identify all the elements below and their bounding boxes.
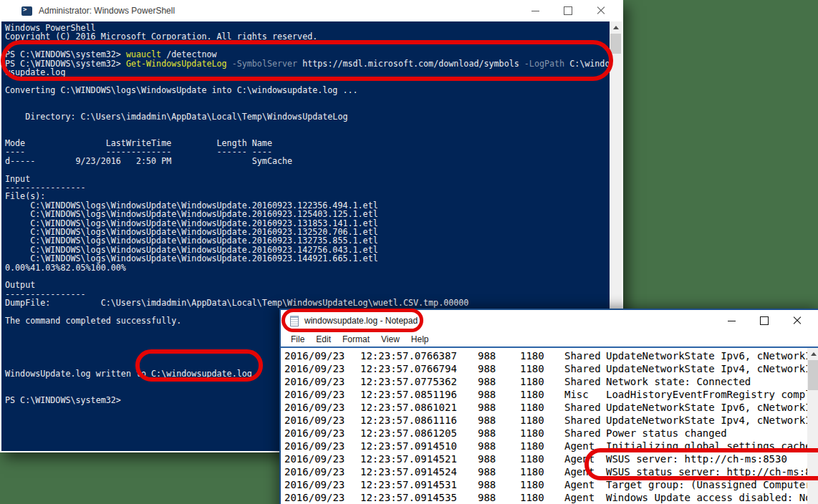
console-line: 0.00%41.03%82.05%100.00% (5, 263, 608, 272)
log-tid: 1180 (520, 362, 564, 375)
log-date: 2016/09/23 (284, 349, 360, 362)
notepad-scrollbar[interactable] (807, 348, 818, 504)
log-row: 2016/09/2312:23:57.09145249881180AgentWS… (284, 465, 807, 478)
close-button[interactable] (781, 310, 814, 331)
log-component: Agent (564, 440, 606, 452)
log-row: 2016/09/2312:23:57.09145359881180AgentWi… (284, 491, 807, 504)
notepad-menubar: FileEditFormatViewHelp (281, 331, 818, 346)
notepad-window: windowsupdate.log - Notepad FileEditForm… (279, 309, 818, 504)
maximize-icon (564, 6, 572, 15)
log-component: Agent (564, 452, 606, 465)
scroll-up-button[interactable] (807, 348, 818, 359)
powershell-icon (21, 6, 32, 16)
log-date: 2016/09/23 (284, 452, 360, 465)
log-component: Agent (564, 465, 606, 478)
log-row: 2016/09/2312:23:57.08610219881180SharedU… (284, 401, 807, 414)
log-date: 2016/09/23 (284, 440, 360, 452)
log-message: Power status changed (606, 427, 727, 440)
console-line: Converting C:\WINDOWS\logs\WindowsUpdate… (5, 86, 608, 94)
minimize-icon (531, 11, 539, 11)
log-component: Shared (564, 427, 606, 440)
log-component: Shared (564, 375, 606, 388)
console-line: Output (5, 281, 608, 289)
scroll-up-icon (613, 26, 619, 29)
log-row: 2016/09/2312:23:57.07753629881180SharedN… (284, 375, 807, 388)
log-component: Shared (564, 401, 606, 414)
log-component: Shared (564, 349, 606, 362)
menu-item[interactable]: Format (337, 334, 375, 344)
log-message: Initializing global settings cache (606, 440, 812, 452)
powershell-titlebar[interactable]: Administrator: Windows PowerShell (0, 0, 623, 21)
log-message: LoadHistoryEventFromRegistry comple (606, 388, 817, 401)
close-icon (597, 6, 605, 15)
menu-item[interactable]: View (375, 334, 405, 344)
log-message: Windows Update access disabled: No (606, 491, 812, 504)
maximize-button[interactable] (552, 0, 584, 21)
log-row: 2016/09/2312:23:57.09145109881180AgentIn… (284, 440, 807, 452)
log-time: 12:23:57.0766387 (360, 349, 478, 362)
log-message: UpdateNetworkState Ipv6, cNetworkIn (606, 349, 817, 362)
log-time: 12:23:57.0914510 (360, 440, 478, 452)
close-icon (793, 316, 802, 325)
console-line (5, 121, 608, 130)
log-row: 2016/09/2312:23:57.08612059881180SharedP… (284, 427, 807, 440)
menu-item[interactable]: Edit (310, 334, 337, 344)
log-pid: 988 (478, 427, 520, 440)
log-pid: 988 (478, 362, 520, 375)
log-time: 12:23:57.0766794 (360, 362, 478, 375)
log-pid: 988 (478, 414, 520, 427)
log-component: Shared (564, 362, 606, 375)
log-tid: 1180 (520, 465, 564, 478)
console-line: PS C:\WINDOWS\system32> Get-WindowsUpdat… (5, 59, 608, 68)
log-date: 2016/09/23 (284, 375, 360, 388)
console-line: wsupdate.log (5, 68, 608, 77)
log-date: 2016/09/23 (284, 491, 360, 504)
console-line (5, 94, 608, 103)
notepad-titlebar[interactable]: windowsupdate.log - Notepad (281, 310, 818, 331)
notepad-text-area[interactable]: 2016/09/2312:23:57.07663879881180SharedU… (281, 346, 818, 504)
minimize-button[interactable] (715, 310, 748, 331)
log-pid: 988 (478, 478, 520, 491)
console-line: DumpFile: C:\Users\imdadmin\AppData\Loca… (5, 299, 608, 307)
desktop: Administrator: Windows PowerShell Window… (0, 0, 818, 504)
log-message: Target group: (Unassigned Computers (606, 478, 817, 491)
notepad-window-title: windowsupdate.log - Notepad (304, 316, 418, 326)
scroll-up-button[interactable] (610, 21, 622, 33)
log-time: 12:23:57.0851196 (360, 388, 478, 401)
console-line: Input (5, 175, 608, 183)
log-date: 2016/09/23 (284, 388, 360, 401)
log-component: Misc (564, 388, 606, 401)
log-date: 2016/09/23 (284, 414, 360, 427)
log-pid: 988 (478, 401, 520, 414)
log-time: 12:23:57.0775362 (360, 375, 478, 388)
log-message: UpdateNetworkState Ipv4, cNetworkIn (606, 362, 817, 375)
log-tid: 1180 (520, 388, 564, 401)
minimize-button[interactable] (519, 0, 552, 21)
log-pid: 988 (478, 388, 520, 401)
log-message: Network state: Connected (606, 375, 751, 388)
log-time: 12:23:57.0914524 (360, 465, 478, 478)
maximize-button[interactable] (748, 310, 781, 331)
menu-item[interactable]: File (285, 334, 310, 344)
log-date: 2016/09/23 (284, 478, 360, 491)
powershell-window-title: Administrator: Windows PowerShell (39, 6, 175, 16)
log-date: 2016/09/23 (284, 401, 360, 414)
log-row: 2016/09/2312:23:57.09145319881180AgentTa… (284, 478, 807, 491)
log-row: 2016/09/2312:23:57.07667949881180SharedU… (284, 362, 807, 375)
log-tid: 1180 (520, 414, 564, 427)
log-date: 2016/09/23 (284, 427, 360, 440)
log-pid: 988 (478, 452, 520, 465)
console-line (5, 272, 608, 281)
log-time: 12:23:57.0914521 (360, 452, 478, 465)
log-tid: 1180 (520, 401, 564, 414)
notepad-scrollbar-thumb[interactable] (808, 360, 818, 390)
menu-item[interactable]: Help (405, 334, 435, 344)
close-button[interactable] (584, 0, 617, 21)
log-message: WSUS status server: http://ch-ms:85 (606, 465, 817, 478)
log-time: 12:23:57.0914535 (360, 491, 478, 504)
notepad-icon (290, 316, 299, 326)
powershell-scrollbar-thumb[interactable] (610, 34, 621, 54)
console-line (5, 165, 608, 174)
log-tid: 1180 (520, 440, 564, 452)
console-line: Directory: C:\Users\imdadmin\AppData\Loc… (5, 112, 608, 121)
